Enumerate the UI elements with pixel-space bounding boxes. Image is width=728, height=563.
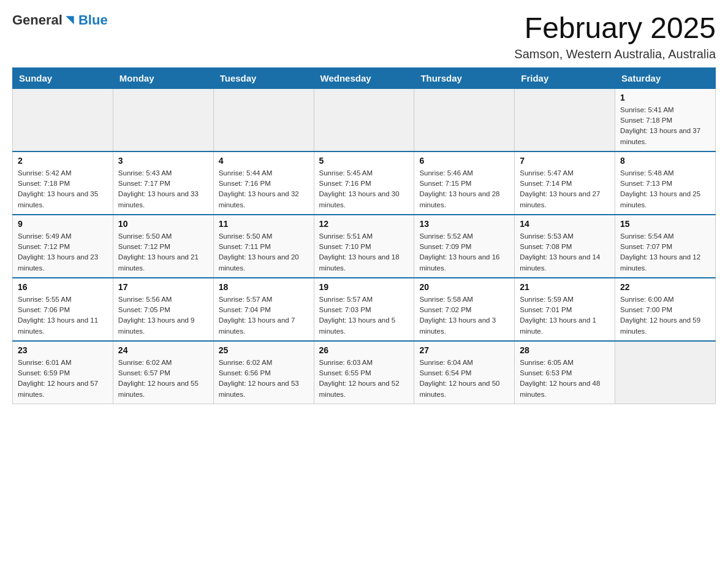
calendar-day-cell: 14Sunrise: 5:53 AM Sunset: 7:08 PM Dayli… [515, 215, 615, 278]
calendar-day-cell: 8Sunrise: 5:48 AM Sunset: 7:13 PM Daylig… [615, 151, 716, 215]
day-number: 25 [219, 345, 309, 355]
title-area: February 2025 Samson, Western Australia,… [514, 12, 716, 61]
calendar-day-cell: 6Sunrise: 5:46 AM Sunset: 7:15 PM Daylig… [414, 151, 515, 215]
day-number: 4 [219, 156, 309, 166]
calendar-day-cell: 28Sunrise: 6:05 AM Sunset: 6:53 PM Dayli… [515, 341, 615, 404]
day-info: Sunrise: 5:58 AM Sunset: 7:02 PM Dayligh… [419, 294, 509, 337]
day-info: Sunrise: 5:46 AM Sunset: 7:15 PM Dayligh… [419, 168, 509, 210]
logo-text-general: General [12, 12, 63, 28]
day-info: Sunrise: 5:53 AM Sunset: 7:08 PM Dayligh… [520, 231, 610, 274]
calendar-header-tuesday: Tuesday [213, 67, 314, 88]
calendar-day-cell: 19Sunrise: 5:57 AM Sunset: 7:03 PM Dayli… [314, 278, 414, 341]
calendar-day-cell: 22Sunrise: 6:00 AM Sunset: 7:00 PM Dayli… [615, 278, 716, 341]
day-number: 7 [520, 156, 610, 166]
logo-text-blue: Blue [78, 12, 108, 28]
day-info: Sunrise: 6:03 AM Sunset: 6:55 PM Dayligh… [319, 358, 409, 400]
day-info: Sunrise: 6:02 AM Sunset: 6:57 PM Dayligh… [118, 358, 208, 400]
day-info: Sunrise: 5:41 AM Sunset: 7:18 PM Dayligh… [620, 105, 710, 147]
day-info: Sunrise: 5:47 AM Sunset: 7:14 PM Dayligh… [520, 168, 610, 210]
calendar-day-cell [314, 88, 414, 151]
day-number: 21 [520, 282, 610, 292]
day-number: 16 [18, 282, 108, 292]
day-info: Sunrise: 5:44 AM Sunset: 7:16 PM Dayligh… [219, 168, 309, 210]
calendar-day-cell [515, 88, 615, 151]
day-info: Sunrise: 6:05 AM Sunset: 6:53 PM Dayligh… [520, 358, 610, 400]
day-info: Sunrise: 6:01 AM Sunset: 6:59 PM Dayligh… [18, 358, 108, 400]
day-info: Sunrise: 5:54 AM Sunset: 7:07 PM Dayligh… [620, 231, 710, 274]
calendar-header-thursday: Thursday [414, 67, 515, 88]
day-number: 6 [419, 156, 509, 166]
calendar-day-cell: 25Sunrise: 6:02 AM Sunset: 6:56 PM Dayli… [213, 341, 314, 404]
day-number: 26 [319, 345, 409, 355]
day-info: Sunrise: 6:02 AM Sunset: 6:56 PM Dayligh… [219, 358, 309, 400]
calendar-day-cell [414, 88, 515, 151]
calendar-week-row: 16Sunrise: 5:55 AM Sunset: 7:06 PM Dayli… [13, 278, 716, 341]
day-number: 2 [18, 156, 108, 166]
page-header: General Blue February 2025 Samson, Weste… [12, 12, 716, 61]
calendar-day-cell: 17Sunrise: 5:56 AM Sunset: 7:05 PM Dayli… [113, 278, 213, 341]
day-info: Sunrise: 5:56 AM Sunset: 7:05 PM Dayligh… [118, 294, 208, 337]
day-info: Sunrise: 5:55 AM Sunset: 7:06 PM Dayligh… [18, 294, 108, 337]
day-number: 13 [419, 219, 509, 229]
calendar-day-cell: 9Sunrise: 5:49 AM Sunset: 7:12 PM Daylig… [13, 215, 113, 278]
calendar-day-cell: 15Sunrise: 5:54 AM Sunset: 7:07 PM Dayli… [615, 215, 716, 278]
day-number: 1 [620, 93, 710, 102]
calendar-day-cell: 4Sunrise: 5:44 AM Sunset: 7:16 PM Daylig… [213, 151, 314, 215]
calendar-day-cell: 5Sunrise: 5:45 AM Sunset: 7:16 PM Daylig… [314, 151, 414, 215]
calendar-day-cell: 7Sunrise: 5:47 AM Sunset: 7:14 PM Daylig… [515, 151, 615, 215]
calendar-week-row: 9Sunrise: 5:49 AM Sunset: 7:12 PM Daylig… [13, 215, 716, 278]
logo: General Blue [12, 12, 108, 28]
day-info: Sunrise: 5:48 AM Sunset: 7:13 PM Dayligh… [620, 168, 710, 210]
calendar-header-friday: Friday [515, 67, 615, 88]
month-title: February 2025 [514, 12, 716, 45]
location-subtitle: Samson, Western Australia, Australia [514, 47, 716, 61]
day-info: Sunrise: 5:51 AM Sunset: 7:10 PM Dayligh… [319, 231, 409, 274]
day-number: 20 [419, 282, 509, 292]
calendar-day-cell: 1Sunrise: 5:41 AM Sunset: 7:18 PM Daylig… [615, 88, 716, 151]
calendar-header-saturday: Saturday [615, 67, 716, 88]
day-info: Sunrise: 5:50 AM Sunset: 7:12 PM Dayligh… [118, 231, 208, 274]
calendar-week-row: 1Sunrise: 5:41 AM Sunset: 7:18 PM Daylig… [13, 88, 716, 151]
day-info: Sunrise: 5:52 AM Sunset: 7:09 PM Dayligh… [419, 231, 509, 274]
day-number: 17 [118, 282, 208, 292]
day-number: 19 [319, 282, 409, 292]
day-info: Sunrise: 5:50 AM Sunset: 7:11 PM Dayligh… [219, 231, 309, 274]
day-number: 5 [319, 156, 409, 166]
calendar-day-cell: 11Sunrise: 5:50 AM Sunset: 7:11 PM Dayli… [213, 215, 314, 278]
calendar-day-cell: 23Sunrise: 6:01 AM Sunset: 6:59 PM Dayli… [13, 341, 113, 404]
day-number: 24 [118, 345, 208, 355]
calendar-day-cell: 27Sunrise: 6:04 AM Sunset: 6:54 PM Dayli… [414, 341, 515, 404]
calendar-day-cell: 21Sunrise: 5:59 AM Sunset: 7:01 PM Dayli… [515, 278, 615, 341]
calendar-header-row: SundayMondayTuesdayWednesdayThursdayFrid… [13, 67, 716, 88]
calendar-day-cell: 24Sunrise: 6:02 AM Sunset: 6:57 PM Dayli… [113, 341, 213, 404]
day-number: 22 [620, 282, 710, 292]
day-number: 23 [18, 345, 108, 355]
day-info: Sunrise: 5:57 AM Sunset: 7:03 PM Dayligh… [319, 294, 409, 337]
day-number: 27 [419, 345, 509, 355]
calendar-day-cell: 13Sunrise: 5:52 AM Sunset: 7:09 PM Dayli… [414, 215, 515, 278]
day-info: Sunrise: 5:49 AM Sunset: 7:12 PM Dayligh… [18, 231, 108, 274]
day-number: 18 [219, 282, 309, 292]
calendar-day-cell [113, 88, 213, 151]
calendar-header-wednesday: Wednesday [314, 67, 414, 88]
calendar-day-cell: 18Sunrise: 5:57 AM Sunset: 7:04 PM Dayli… [213, 278, 314, 341]
calendar-day-cell: 10Sunrise: 5:50 AM Sunset: 7:12 PM Dayli… [113, 215, 213, 278]
calendar-header-monday: Monday [113, 67, 213, 88]
day-number: 11 [219, 219, 309, 229]
day-info: Sunrise: 6:04 AM Sunset: 6:54 PM Dayligh… [419, 358, 509, 400]
day-info: Sunrise: 5:57 AM Sunset: 7:04 PM Dayligh… [219, 294, 309, 337]
calendar-day-cell: 3Sunrise: 5:43 AM Sunset: 7:17 PM Daylig… [113, 151, 213, 215]
svg-marker-0 [66, 16, 74, 24]
day-number: 12 [319, 219, 409, 229]
day-info: Sunrise: 5:42 AM Sunset: 7:18 PM Dayligh… [18, 168, 108, 210]
calendar-week-row: 23Sunrise: 6:01 AM Sunset: 6:59 PM Dayli… [13, 341, 716, 404]
calendar-day-cell [213, 88, 314, 151]
day-info: Sunrise: 5:59 AM Sunset: 7:01 PM Dayligh… [520, 294, 610, 337]
day-number: 10 [118, 219, 208, 229]
calendar-day-cell [13, 88, 113, 151]
day-number: 8 [620, 156, 710, 166]
calendar-day-cell: 12Sunrise: 5:51 AM Sunset: 7:10 PM Dayli… [314, 215, 414, 278]
day-info: Sunrise: 5:43 AM Sunset: 7:17 PM Dayligh… [118, 168, 208, 210]
day-number: 14 [520, 219, 610, 229]
calendar-day-cell: 2Sunrise: 5:42 AM Sunset: 7:18 PM Daylig… [13, 151, 113, 215]
